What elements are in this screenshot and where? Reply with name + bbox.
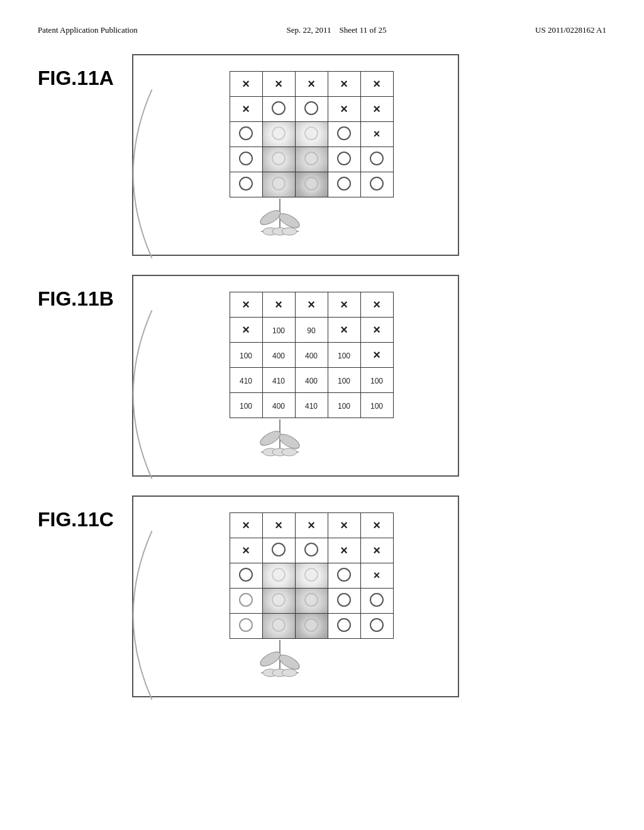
- cell: 410: [295, 393, 328, 418]
- figure-11a-row: FIG.11A × × × × ×: [38, 54, 606, 256]
- cell: ×: [360, 538, 393, 563]
- cell: ×: [360, 292, 393, 318]
- cell: ×: [262, 72, 295, 97]
- cell: ×: [328, 538, 360, 563]
- cell: 100: [360, 368, 393, 393]
- cell: 400: [295, 343, 328, 368]
- cell: ×: [328, 97, 360, 122]
- cell: [360, 589, 393, 614]
- cell: 100: [230, 343, 262, 368]
- figure-11c-row: FIG.11C × × × × ×: [38, 495, 606, 697]
- fig11c-grid: × × × × × × × ×: [230, 512, 394, 639]
- svg-point-20: [282, 669, 297, 677]
- cell: [295, 122, 328, 147]
- cell: [328, 147, 360, 172]
- cell: [230, 172, 262, 197]
- fig11c-flower: [198, 640, 362, 681]
- table-row: [230, 614, 393, 639]
- fig11a-grid: × × × × × × × ×: [230, 71, 394, 197]
- cell: ×: [230, 513, 262, 538]
- cell: ×: [230, 318, 262, 343]
- table-row: × × × × ×: [230, 513, 393, 538]
- fig11b-content: × × × × × × 100 90 × ×: [146, 285, 445, 463]
- cell: [360, 172, 393, 197]
- cell: 90: [295, 318, 328, 343]
- fig11a-label: FIG.11A: [38, 54, 119, 90]
- cell: ×: [360, 513, 393, 538]
- cell: [230, 563, 262, 589]
- cell: 400: [262, 393, 295, 418]
- cell: [262, 172, 295, 197]
- table-row: [230, 147, 393, 172]
- cell: ×: [262, 513, 295, 538]
- cell: ×: [262, 292, 295, 318]
- cell: ×: [360, 343, 393, 368]
- fig11c-content: × × × × × × × ×: [146, 506, 445, 683]
- figures-area: FIG.11A × × × × ×: [38, 54, 606, 697]
- figure-11b-row: FIG.11B × × × × ×: [38, 275, 606, 477]
- cell: [295, 172, 328, 197]
- cell: ×: [328, 292, 360, 318]
- cell: ×: [230, 97, 262, 122]
- cell: [230, 122, 262, 147]
- cell: [230, 614, 262, 639]
- cell: [295, 147, 328, 172]
- cell: 400: [295, 368, 328, 393]
- cell: ×: [360, 122, 393, 147]
- table-row: 410 410 400 100 100: [230, 368, 393, 393]
- cell: [328, 172, 360, 197]
- table-row: × × ×: [230, 97, 393, 122]
- page-header: Patent Application Publication Sep. 22, …: [38, 25, 606, 35]
- header-publication: Patent Application Publication: [38, 25, 138, 35]
- cell: [295, 589, 328, 614]
- cell: ×: [328, 513, 360, 538]
- cell: [230, 147, 262, 172]
- cell: 100: [328, 368, 360, 393]
- cell: ×: [328, 72, 360, 97]
- cell: ×: [295, 72, 328, 97]
- table-row: ×: [230, 122, 393, 147]
- table-row: ×: [230, 563, 393, 589]
- fig11b-label: FIG.11B: [38, 275, 119, 311]
- cell: [360, 614, 393, 639]
- cell: 410: [262, 368, 295, 393]
- table-row: × × × × ×: [230, 72, 393, 97]
- fig11a-flower: [198, 199, 362, 240]
- cell: ×: [230, 538, 262, 563]
- page-container: Patent Application Publication Sep. 22, …: [0, 0, 644, 830]
- cell: [360, 147, 393, 172]
- cell: 410: [230, 368, 262, 393]
- header-date: Sep. 22, 2011: [286, 25, 331, 35]
- cell: ×: [360, 97, 393, 122]
- cell: ×: [230, 292, 262, 318]
- header-date-sheet: Sep. 22, 2011 Sheet 11 of 25: [286, 25, 386, 35]
- header-patent-number: US 2011/0228162 A1: [535, 25, 606, 35]
- cell: ×: [328, 318, 360, 343]
- cell: [295, 97, 328, 122]
- fig11a-content: × × × × × × × ×: [146, 65, 445, 242]
- cell: ×: [360, 72, 393, 97]
- fig11b-grid: × × × × × × 100 90 × ×: [230, 292, 394, 418]
- cell: [328, 614, 360, 639]
- cell: ×: [295, 513, 328, 538]
- cell: [328, 589, 360, 614]
- cell: [262, 589, 295, 614]
- cell: 100: [360, 393, 393, 418]
- cell: ×: [360, 318, 393, 343]
- svg-point-6: [282, 228, 297, 235]
- cell: [262, 538, 295, 563]
- header-sheet: Sheet 11 of 25: [340, 25, 387, 35]
- table-row: × 100 90 × ×: [230, 318, 393, 343]
- cell: ×: [230, 72, 262, 97]
- table-row: × × × × ×: [230, 292, 393, 318]
- cell: 100: [262, 318, 295, 343]
- cell: [262, 122, 295, 147]
- cell: 100: [328, 343, 360, 368]
- svg-point-13: [282, 448, 297, 456]
- cell: 100: [328, 393, 360, 418]
- cell: [262, 563, 295, 589]
- cell: [262, 147, 295, 172]
- fig11c-box: × × × × × × × ×: [132, 495, 459, 697]
- cell: ×: [295, 292, 328, 318]
- cell: [262, 97, 295, 122]
